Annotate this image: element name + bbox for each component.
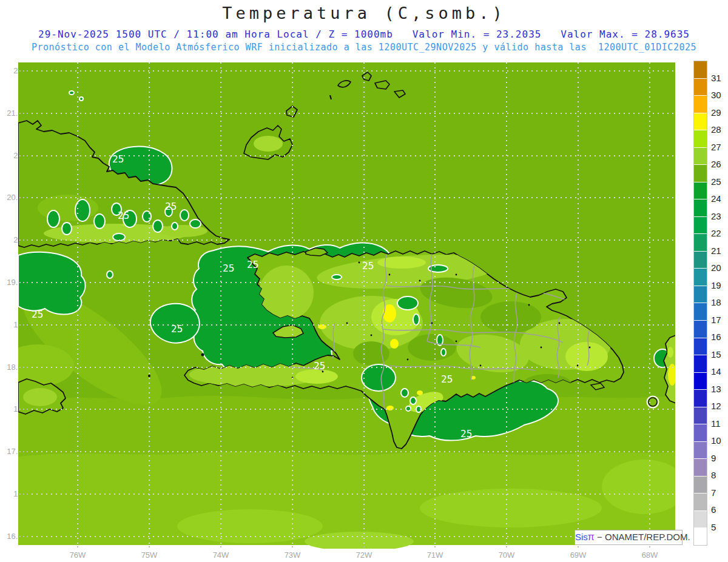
colorbar-tick-label: 27 — [711, 142, 728, 153]
colorbar-tick-label: 28 — [711, 124, 728, 135]
contour-label: 25 — [32, 309, 43, 320]
islet-dot — [148, 375, 150, 377]
colorbar-segment — [694, 338, 707, 355]
lon-axis-label: 69W — [565, 550, 592, 561]
colorbar-tick-label: 24 — [711, 193, 728, 204]
weather-map-page: Temperatura (C,somb.) 29-Nov-2025 1500 U… — [0, 0, 728, 562]
colorbar-segment — [694, 130, 707, 147]
colorbar-tick-label: 17 — [711, 315, 728, 326]
colorbar-tick-label: 30 — [711, 90, 728, 101]
colorbar-segment — [694, 199, 707, 216]
mona-island — [647, 396, 659, 408]
contour-label: 25 — [362, 260, 374, 272]
colorbar-tick-label: 10 — [711, 435, 728, 446]
colorbar-tick-label: 22 — [711, 228, 728, 239]
colorbar-tick-label: 23 — [711, 211, 728, 222]
colorbar-segment — [694, 441, 707, 459]
colorbar-segment — [694, 182, 707, 199]
colorbar-tick-label: 19 — [711, 280, 728, 291]
colorbar-tick-label: 12 — [711, 401, 728, 412]
lon-axis-label: 75W — [136, 550, 163, 561]
contour-label: 25 — [247, 259, 258, 270]
colorbar-tick-label: 16 — [711, 332, 728, 343]
colorbar-segment — [694, 251, 707, 269]
contour-label: 25 — [460, 428, 472, 440]
colorbar-segment — [694, 355, 707, 372]
temperature-colorbar — [693, 61, 707, 546]
inagua-interior — [254, 136, 283, 152]
colorbar-segment — [694, 303, 707, 320]
contour-label: 25 — [118, 210, 129, 221]
colorbar-segment — [694, 476, 707, 493]
colorbar-tick-label: 25 — [711, 176, 728, 187]
colorbar-tick-label: 29 — [711, 107, 728, 118]
subtitle-model-info: Pronóstico con el Modelo Atmósferico WRF… — [0, 42, 728, 53]
map-canvas: 25 25 25 25 25 25 25 25 25 25 25 — [18, 62, 675, 549]
colorbar-tick-label: 5 — [711, 522, 728, 533]
contour-label: 25 — [441, 373, 453, 385]
colorbar-tick-label: 14 — [711, 366, 728, 377]
colorbar-segment — [694, 61, 707, 78]
colorbar-segment — [694, 458, 707, 476]
colorbar-segment — [694, 164, 707, 182]
colorbar-segment — [694, 113, 707, 130]
page-title: Temperatura (C,somb.) — [0, 4, 728, 22]
colorbar-segment — [694, 389, 707, 407]
colorbar-segment — [694, 372, 707, 390]
colorbar-tick-label: 26 — [711, 159, 728, 170]
credit-text: − ONAMET/REP.DOM. — [595, 532, 690, 542]
colorbar-tick-label: 9 — [711, 453, 728, 464]
colorbar-tick-label: 6 — [711, 504, 728, 515]
contour-label: 25 — [165, 201, 177, 212]
credit-box: Sisπ − ONAMET/REP.DOM. — [575, 530, 682, 545]
colorbar-segment — [694, 510, 707, 528]
cool-blob-south-cuba — [18, 252, 86, 315]
lon-axis-label: 73W — [279, 550, 306, 561]
navassa-island — [201, 353, 204, 356]
contour-label: 25 — [112, 153, 124, 165]
colorbar-segment — [694, 216, 707, 234]
lon-axis-label: 74W — [207, 550, 234, 561]
contour-label: 25 — [171, 323, 183, 335]
colorbar-tick-label: 13 — [711, 384, 728, 395]
colorbar-segment — [694, 424, 707, 441]
contour-label: 25 — [223, 263, 234, 274]
colorbar-segment — [694, 407, 707, 424]
lon-axis-label: 71W — [422, 550, 448, 561]
colorbar-segment — [694, 286, 707, 303]
colorbar-segment — [694, 233, 707, 251]
colorbar-tick-label: 11 — [711, 418, 728, 429]
subtitle-validtime: 29-Nov-2025 1500 UTC / 11:00 am Hora Loc… — [0, 28, 728, 40]
colorbar-tick-label: 31 — [711, 73, 728, 84]
lon-axis-label: 76W — [64, 550, 91, 561]
colorbar-segment — [694, 147, 707, 165]
colorbar-segment — [694, 527, 707, 545]
colorbar-tick-label: 21 — [711, 246, 728, 256]
credit-pi-logo: π — [588, 532, 595, 542]
lon-axis-label: 70W — [493, 550, 520, 561]
colorbar-tick-label: 20 — [711, 263, 728, 273]
colorbar-segment — [694, 268, 707, 286]
colorbar-segment — [694, 95, 707, 113]
colorbar-tick-label: 15 — [711, 349, 728, 360]
colorbar-segment — [694, 493, 707, 510]
colorbar-segment — [694, 320, 707, 338]
credit-sis: Sis — [575, 532, 588, 542]
colorbar-tick-label: 18 — [711, 297, 728, 308]
colorbar-tick-label: 8 — [711, 470, 728, 481]
colorbar-tick-label: 7 — [711, 487, 728, 498]
colorbar-segment — [694, 78, 707, 96]
lon-axis-label: 72W — [351, 550, 377, 561]
contour-label: 25 — [314, 360, 325, 372]
lon-axis-label: 68W — [636, 550, 663, 561]
